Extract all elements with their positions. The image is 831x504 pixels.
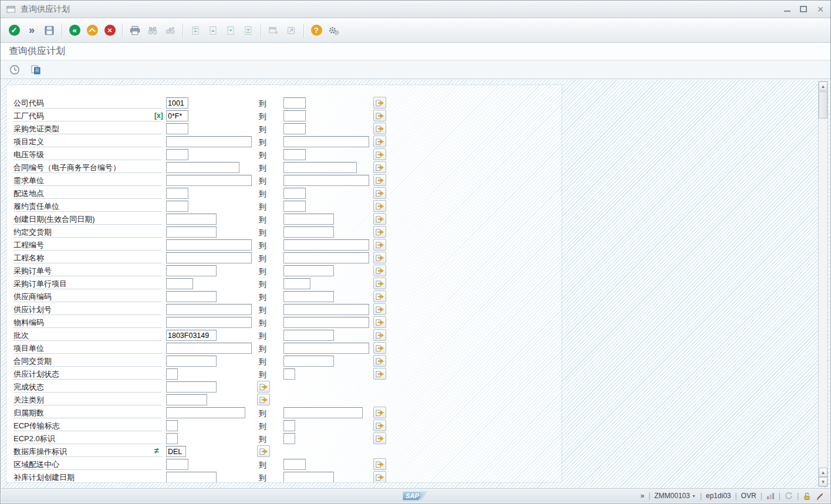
to-input[interactable] <box>283 123 306 134</box>
get-variant-button[interactable] <box>28 62 44 77</box>
scroll-down-button[interactable]: ▼ <box>819 477 827 486</box>
back-button[interactable]: « <box>66 22 83 39</box>
from-input[interactable] <box>166 330 217 341</box>
to-input[interactable] <box>283 149 306 160</box>
multi-select-button[interactable] <box>373 110 386 121</box>
from-input[interactable] <box>166 420 178 431</box>
from-input[interactable] <box>166 394 207 405</box>
to-input[interactable] <box>283 278 310 289</box>
to-input[interactable] <box>283 343 369 354</box>
help-button[interactable]: ? <box>308 22 325 39</box>
to-input[interactable] <box>283 188 306 199</box>
last-page-button[interactable] <box>239 22 257 39</box>
multi-select-button[interactable] <box>257 394 270 405</box>
from-input[interactable] <box>166 214 217 225</box>
from-input[interactable] <box>166 149 188 160</box>
from-input[interactable] <box>166 304 252 315</box>
vertical-scrollbar[interactable]: ▲ ▲ ▼ <box>818 81 828 487</box>
from-input[interactable] <box>166 472 217 483</box>
from-input[interactable] <box>166 252 252 263</box>
multi-select-button[interactable] <box>373 187 386 199</box>
scrollbar-thumb[interactable] <box>819 92 827 119</box>
multi-select-button[interactable] <box>373 200 386 212</box>
from-input[interactable] <box>166 317 252 328</box>
multi-select-button[interactable] <box>373 368 386 380</box>
multi-select-button[interactable] <box>257 445 270 457</box>
multi-select-button[interactable] <box>373 329 386 341</box>
scroll-up-button-bottom[interactable]: ▲ <box>819 468 827 477</box>
from-input[interactable] <box>166 162 239 173</box>
multi-select-button[interactable] <box>373 213 386 225</box>
multi-select-button[interactable] <box>373 355 386 367</box>
cancel-button[interactable]: × <box>101 22 119 39</box>
find-button[interactable] <box>144 22 161 39</box>
scroll-up-button[interactable]: ▲ <box>819 82 827 91</box>
to-input[interactable] <box>283 291 334 302</box>
to-input[interactable] <box>283 433 295 444</box>
to-input[interactable] <box>283 407 363 418</box>
from-input[interactable] <box>166 175 252 186</box>
multi-select-button[interactable] <box>373 407 386 418</box>
multi-select-button[interactable] <box>373 432 386 444</box>
from-input[interactable] <box>166 188 188 199</box>
from-input[interactable] <box>166 123 188 134</box>
to-input[interactable] <box>283 330 334 341</box>
multi-select-button[interactable] <box>373 174 386 186</box>
from-input[interactable] <box>166 368 178 380</box>
to-input[interactable] <box>283 356 334 367</box>
from-input[interactable] <box>166 446 186 457</box>
next-page-button[interactable] <box>222 22 239 39</box>
close-button[interactable]: × <box>816 5 825 13</box>
to-input[interactable] <box>283 239 369 251</box>
from-input[interactable] <box>166 356 217 367</box>
multi-select-button[interactable] <box>373 290 386 302</box>
from-input[interactable] <box>166 226 217 238</box>
multi-select-button[interactable] <box>373 161 386 173</box>
multi-select-button[interactable] <box>373 420 386 431</box>
multi-select-button[interactable] <box>373 265 386 276</box>
from-input[interactable] <box>166 291 217 302</box>
to-input[interactable] <box>283 162 357 173</box>
multi-select-button[interactable] <box>373 458 386 470</box>
first-page-button[interactable] <box>187 22 204 39</box>
multi-select-button[interactable] <box>373 252 386 263</box>
transaction-code[interactable]: ZMM00103 ▼ <box>654 492 696 500</box>
find-next-button[interactable] <box>161 22 179 39</box>
previous-page-button[interactable] <box>204 22 222 39</box>
multi-select-button[interactable] <box>257 381 270 393</box>
to-input[interactable] <box>283 214 334 225</box>
from-input[interactable] <box>166 343 252 354</box>
from-input[interactable] <box>166 265 217 276</box>
new-session-button[interactable] <box>265 22 282 39</box>
to-input[interactable] <box>283 420 295 431</box>
multi-select-button[interactable] <box>373 123 386 134</box>
save-button[interactable] <box>40 22 58 39</box>
multi-select-button[interactable] <box>373 303 386 315</box>
to-input[interactable] <box>283 201 306 212</box>
to-input[interactable] <box>283 265 334 276</box>
multi-select-button[interactable] <box>373 342 386 354</box>
to-input[interactable] <box>283 304 369 315</box>
to-input[interactable] <box>283 252 369 263</box>
to-input[interactable] <box>283 97 306 109</box>
to-input[interactable] <box>283 226 334 238</box>
from-input[interactable] <box>166 136 252 147</box>
from-input[interactable] <box>166 433 178 444</box>
insert-mode-indicator[interactable]: OVR <box>741 492 756 500</box>
to-input[interactable] <box>283 472 334 483</box>
maximize-button[interactable] <box>800 6 807 12</box>
more-options-button[interactable]: » <box>23 22 40 39</box>
statusbar-more-button[interactable]: » <box>640 492 644 500</box>
from-input[interactable] <box>166 407 245 418</box>
multi-select-button[interactable] <box>373 97 386 109</box>
to-input[interactable] <box>283 368 295 380</box>
to-input[interactable] <box>283 459 306 470</box>
multi-select-button[interactable] <box>373 239 386 251</box>
from-input[interactable] <box>166 278 193 289</box>
multi-select-button[interactable] <box>373 148 386 160</box>
create-shortcut-button[interactable] <box>282 22 300 39</box>
exit-button[interactable] <box>83 22 101 39</box>
multi-select-button[interactable] <box>373 136 386 147</box>
from-input[interactable] <box>166 239 252 251</box>
from-input[interactable] <box>166 381 217 393</box>
